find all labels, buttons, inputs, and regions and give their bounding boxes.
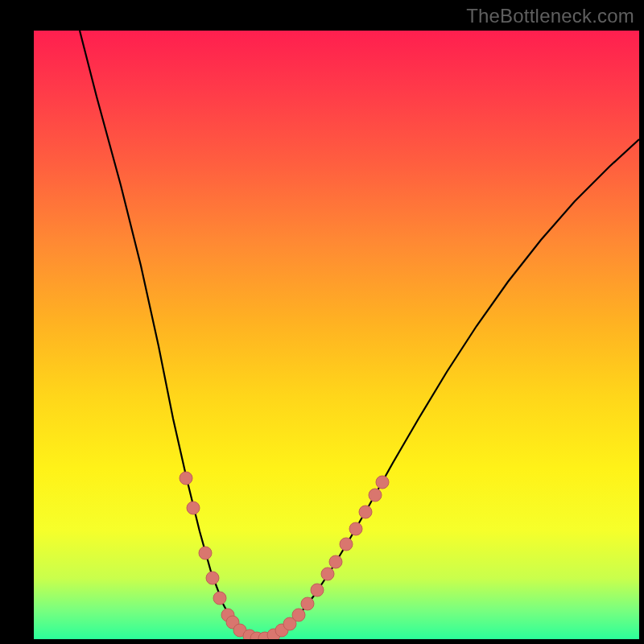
bottleneck-chart xyxy=(0,0,644,644)
marker-dot xyxy=(199,547,212,559)
gradient-background xyxy=(34,31,639,639)
marker-dot xyxy=(349,522,362,535)
marker-dot xyxy=(292,609,305,621)
marker-dot xyxy=(301,597,314,610)
marker-dot xyxy=(340,538,353,551)
marker-dot xyxy=(359,506,372,518)
chart-frame: TheBottleneck.com xyxy=(0,0,644,644)
marker-dot xyxy=(180,472,192,485)
marker-dot xyxy=(187,502,200,514)
marker-dot xyxy=(329,555,342,568)
marker-dot xyxy=(321,568,334,580)
marker-dot xyxy=(311,584,324,597)
marker-dot xyxy=(213,592,226,605)
watermark-text: TheBottleneck.com xyxy=(466,5,634,27)
marker-dot xyxy=(206,572,219,584)
marker-dot xyxy=(376,476,389,489)
marker-dot xyxy=(369,489,382,502)
